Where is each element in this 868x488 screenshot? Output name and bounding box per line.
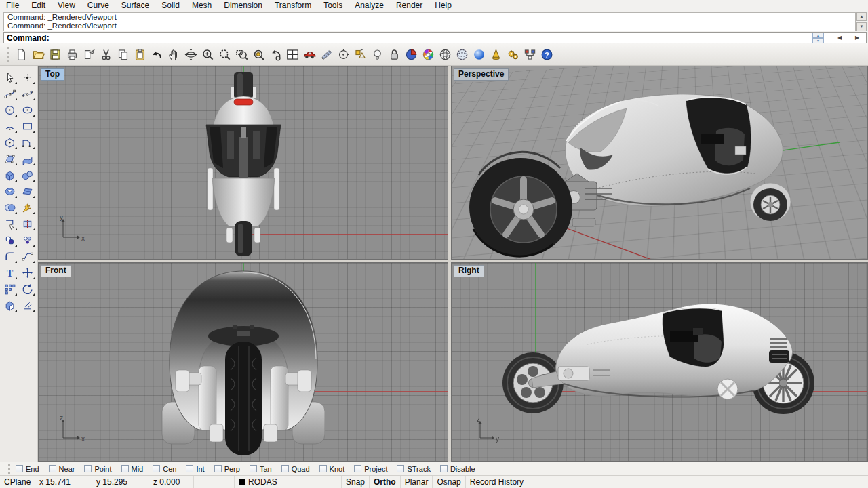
rectangle-icon[interactable] bbox=[19, 119, 36, 134]
zoom-selected-icon[interactable] bbox=[250, 46, 267, 63]
lock-icon[interactable] bbox=[386, 46, 403, 63]
menu-solid[interactable]: Solid bbox=[155, 0, 186, 12]
options-icon[interactable] bbox=[505, 46, 521, 63]
boolean-union-icon[interactable] bbox=[1, 200, 18, 216]
torus-icon[interactable] bbox=[1, 184, 18, 199]
osnap-disable[interactable]: Disable bbox=[440, 465, 475, 473]
menu-render[interactable]: Render bbox=[390, 0, 429, 12]
viewport-perspective-label[interactable]: Perspective bbox=[454, 68, 509, 81]
viewport-layout-icon[interactable] bbox=[284, 46, 301, 63]
menu-view[interactable]: View bbox=[52, 0, 81, 12]
surface-control-points-icon[interactable] bbox=[1, 151, 18, 167]
wireframe-sphere-icon[interactable] bbox=[437, 46, 454, 63]
status-toggle-record-history[interactable]: Record History bbox=[466, 476, 528, 488]
osnap-cen[interactable]: Cen bbox=[153, 465, 176, 473]
text-icon[interactable]: T bbox=[1, 265, 18, 281]
checkbox-icon[interactable] bbox=[397, 465, 404, 472]
menu-tools[interactable]: Tools bbox=[317, 0, 349, 12]
interpolate-curve-icon[interactable] bbox=[19, 86, 36, 102]
array-icon[interactable] bbox=[1, 281, 18, 297]
open-file-icon[interactable] bbox=[30, 46, 47, 63]
save-icon[interactable] bbox=[47, 46, 64, 63]
osnap-point[interactable]: Point bbox=[84, 465, 111, 473]
control-point-curve-icon[interactable] bbox=[1, 86, 18, 102]
circle-icon[interactable] bbox=[1, 102, 18, 118]
status-toggle-ortho[interactable]: Ortho bbox=[370, 476, 401, 488]
checkbox-icon[interactable] bbox=[214, 465, 222, 472]
checkbox-icon[interactable] bbox=[250, 465, 257, 472]
copy-icon[interactable] bbox=[115, 46, 132, 63]
undo-icon[interactable] bbox=[149, 46, 165, 63]
viewport-front[interactable]: z x Front bbox=[38, 262, 448, 462]
cplane-button[interactable]: CPlane bbox=[0, 476, 35, 488]
export-icon[interactable] bbox=[81, 46, 98, 63]
status-toggle-planar[interactable]: Planar bbox=[401, 476, 433, 488]
osnap-mid[interactable]: Mid bbox=[121, 465, 144, 473]
object-properties-icon[interactable] bbox=[521, 46, 538, 63]
zoom-in-icon[interactable] bbox=[199, 46, 216, 63]
osnap-strack[interactable]: STrack bbox=[397, 465, 430, 473]
viewport-front-label[interactable]: Front bbox=[41, 265, 71, 277]
command-input[interactable] bbox=[52, 33, 812, 43]
blend-curve-icon[interactable] bbox=[19, 249, 36, 264]
toolbar-grip[interactable] bbox=[7, 47, 9, 62]
box-edit-icon[interactable] bbox=[1, 298, 18, 313]
new-file-icon[interactable] bbox=[13, 46, 30, 63]
checkbox-icon[interactable] bbox=[121, 465, 129, 472]
viewport-top[interactable]: y x Top bbox=[38, 66, 448, 260]
spinner-down-icon[interactable]: ▼ bbox=[812, 38, 824, 43]
menu-dimension[interactable]: Dimension bbox=[218, 0, 269, 12]
print-icon[interactable] bbox=[64, 46, 81, 63]
help-icon[interactable]: ? bbox=[538, 46, 555, 63]
align-icon[interactable] bbox=[19, 298, 36, 313]
checkbox-icon[interactable] bbox=[16, 465, 23, 472]
point-icon[interactable] bbox=[19, 70, 36, 85]
menu-analyze[interactable]: Analyze bbox=[349, 0, 390, 12]
osnap-int[interactable]: Int bbox=[186, 465, 204, 473]
menu-help[interactable]: Help bbox=[429, 0, 458, 12]
osnap-project[interactable]: Project bbox=[354, 465, 387, 473]
arc-icon[interactable] bbox=[1, 119, 18, 134]
select-icon[interactable] bbox=[1, 70, 18, 85]
checkbox-icon[interactable] bbox=[186, 465, 193, 472]
annotate-icon[interactable] bbox=[352, 46, 369, 63]
checkbox-icon[interactable] bbox=[354, 465, 361, 472]
set-camera-icon[interactable] bbox=[335, 46, 352, 63]
viewport-top-label[interactable]: Top bbox=[41, 68, 64, 81]
checkbox-icon[interactable] bbox=[153, 465, 160, 472]
cut-icon[interactable] bbox=[98, 46, 115, 63]
fillet-icon[interactable] bbox=[1, 249, 18, 264]
checkbox-icon[interactable] bbox=[84, 465, 92, 472]
menu-mesh[interactable]: Mesh bbox=[186, 0, 218, 12]
cone-icon[interactable] bbox=[488, 46, 505, 63]
status-toggle-osnap[interactable]: Osnap bbox=[433, 476, 465, 488]
trim-icon[interactable] bbox=[1, 216, 18, 232]
polyline-icon[interactable] bbox=[19, 135, 36, 150]
ellipse-icon[interactable] bbox=[19, 102, 36, 118]
viewport-right-label[interactable]: Right bbox=[454, 265, 484, 277]
sphere-icon[interactable] bbox=[19, 167, 36, 183]
menu-file[interactable]: File bbox=[0, 0, 25, 12]
menu-curve[interactable]: Curve bbox=[81, 0, 115, 12]
rendered-sphere-icon[interactable] bbox=[471, 46, 488, 63]
scroll-down-icon[interactable]: ▼ bbox=[856, 22, 867, 31]
viewport-perspective[interactable]: Perspective bbox=[451, 66, 868, 260]
checkbox-icon[interactable] bbox=[319, 465, 327, 472]
undo-view-icon[interactable] bbox=[267, 46, 284, 63]
spinner-up-icon[interactable]: ▲ bbox=[812, 33, 824, 38]
lightbulb-icon[interactable] bbox=[369, 46, 386, 63]
current-layer-button[interactable]: RODAS bbox=[235, 476, 342, 488]
polygon-icon[interactable] bbox=[1, 135, 18, 150]
osnap-end[interactable]: End bbox=[16, 465, 39, 473]
join-icon[interactable] bbox=[1, 232, 18, 248]
move-icon[interactable] bbox=[19, 265, 36, 281]
osnap-perp[interactable]: Perp bbox=[214, 465, 240, 473]
viewport-right[interactable]: z y Right bbox=[451, 262, 868, 462]
osnap-knot[interactable]: Knot bbox=[319, 465, 345, 473]
color-wheel-icon[interactable] bbox=[420, 46, 437, 63]
checkbox-icon[interactable] bbox=[440, 465, 448, 472]
pan-icon[interactable] bbox=[165, 46, 182, 63]
render-icon[interactable] bbox=[301, 46, 318, 63]
menu-edit[interactable]: Edit bbox=[25, 0, 52, 12]
osnap-grip[interactable] bbox=[8, 464, 10, 474]
